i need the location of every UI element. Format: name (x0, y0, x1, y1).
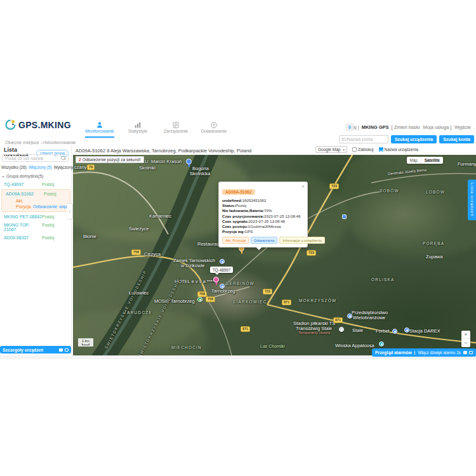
minimize-icon[interactable] (59, 348, 63, 352)
popout-icon[interactable] (469, 351, 473, 354)
device-name[interactable]: MKING PET-08842 (4, 215, 42, 219)
device-filter-tab[interactable]: Włączony (5) (29, 165, 52, 169)
user-bar: Witaj | MKING GPS 0 [ Zmień hasłoMoja us… (346, 124, 471, 130)
poi-dot-forbet[interactable] (392, 329, 397, 334)
lock-checkbox-box[interactable] (352, 147, 357, 152)
device-filter-tab[interactable]: Wszystko (26) (1, 165, 27, 169)
alarm-bar-label: Przegląd alarmów (375, 350, 412, 355)
tab-doladowanie[interactable]: Doładowanie (199, 117, 228, 138)
device-search-box (2, 154, 69, 162)
device-name[interactable]: TQ-48997 (4, 182, 42, 187)
user-link[interactable]: Moja usługa ] (423, 124, 452, 130)
device-filter-tabs: Wszystko (26)Włączony (5)Wyłączony (21) (1, 165, 71, 169)
popup-button[interactable]: Akt. Pozycja (222, 237, 249, 244)
zoom-out-button[interactable]: − (461, 339, 470, 347)
logo-text: GPS.MKING (18, 120, 71, 130)
poi-pin-fhu[interactable] (186, 159, 192, 164)
device-name-label: Nazwa urządzenia (385, 147, 418, 152)
device-status: Postój (42, 182, 54, 187)
manage-icon (172, 120, 180, 128)
tab-label: Zarządzanie (164, 129, 188, 133)
search-account-button[interactable]: Szukaj konta (439, 135, 474, 143)
device-row[interactable]: MKING TOP-21067Postój (0, 221, 72, 234)
refresh-notice: 2Odświeżenie pozycji za sekund! (76, 156, 144, 163)
refresh-countdown: 2 (79, 157, 81, 162)
zoom-in-button[interactable]: + (461, 331, 470, 339)
device-name[interactable]: MKING TOP-21067 (4, 223, 42, 232)
sidebar-collapse-handle[interactable]: ‹ (67, 203, 73, 220)
device-list-ribbon[interactable]: Lista urządzeń (468, 180, 476, 220)
app-logo: GPS.MKING (5, 119, 71, 130)
user-link[interactable]: [ Zmień hasło (392, 124, 420, 130)
poi-dot-zamek[interactable] (220, 259, 225, 264)
notification-badge[interactable]: 0 (346, 124, 354, 131)
user-link[interactable]: Wyjście (454, 124, 471, 130)
main-nav-tabs: MonitorowanieStatystykiZarządzanieDołado… (85, 117, 228, 138)
device-row[interactable]: AD09A-51062Postój (4, 192, 67, 196)
popup-row: Status:Postój (222, 203, 304, 208)
lock-checkbox[interactable]: Zablokuj (352, 147, 374, 152)
device-row-selected[interactable]: AD09A-51062PostójAkt. PozycjaOdtwarzanie… (1, 189, 70, 212)
tab-label: Statystyki (128, 129, 147, 133)
map-type-map[interactable]: Map (407, 157, 421, 164)
popup-detail-rows: undefined:16052451062Status:PostójNie ła… (222, 198, 304, 234)
popup-row: undefined:16052451062 (222, 198, 304, 203)
device-details-bar[interactable]: Szczegóły urządzeń (0, 346, 71, 354)
popup-buttons: Akt. PozycjaOdtwarzanieInformacje o urzą… (222, 237, 304, 244)
alarm-sound-checkbox[interactable] (414, 351, 416, 355)
logo-icon (5, 119, 16, 130)
map-type-satellite[interactable]: Satellite (421, 157, 443, 164)
poi-dot-hotel[interactable] (220, 284, 225, 289)
poi-dot-appaloosa[interactable] (379, 341, 384, 347)
poi-dot-stadion[interactable] (339, 327, 344, 332)
close-icon[interactable]: × (301, 183, 305, 189)
device-row[interactable]: AD09-98337Postój (0, 234, 72, 242)
device-row[interactable]: MKING PET-08842Postój (0, 213, 72, 221)
map-canvas[interactable]: F.H.U. Marcin KrasońSkotnikiBogoriaSkotn… (73, 155, 476, 355)
device-name-checkbox-box[interactable] (379, 147, 383, 152)
device-name[interactable]: AD09A-51062 (6, 192, 44, 196)
device-name-checkbox[interactable]: Nazwa urządzenia (379, 147, 418, 152)
lock-label: Zablokuj (358, 147, 374, 152)
poi-square-transit[interactable] (342, 215, 347, 219)
device-name[interactable]: AD09-98337 (4, 235, 42, 240)
tab-statystyki[interactable]: Statystyki (123, 117, 152, 138)
device-status: Postój (42, 223, 54, 232)
map-provider-value: Google Map (318, 147, 340, 152)
popout-icon[interactable] (65, 348, 69, 352)
tree-expander-icon[interactable]: ▸ (3, 174, 4, 178)
popup-button[interactable]: Odtwarzanie (251, 237, 278, 244)
device-list: TQ-48997PostójAD09A-51062PostójAkt. Pozy… (0, 180, 72, 242)
popup-row: Nie ładowanie,Bateria:70% (222, 208, 304, 213)
poi-dot-mosir[interactable] (197, 297, 202, 302)
minimize-icon[interactable] (463, 351, 467, 354)
device-marker-tq[interactable] (213, 277, 219, 282)
popup-button[interactable]: Informacje o urządzeniu (279, 237, 325, 244)
device-row[interactable]: TQ-48997Postój (0, 180, 72, 188)
account-search-input[interactable] (339, 135, 388, 143)
alarm-overview-bar[interactable]: Przegląd alarmów Włącz dźwięk alarmu 2s (372, 348, 476, 357)
device-status: Postój (42, 215, 54, 219)
device-actions: Akt. PozycjaOdtwarzaniewięcej▼ (4, 198, 67, 209)
poi-dot-darex[interactable] (404, 327, 409, 333)
tab-zarzadzanie[interactable]: Zarządzanie (161, 117, 190, 138)
map-scale: 1 km (78, 338, 93, 347)
tab-label: Monitorowanie (85, 129, 114, 133)
device-action-link[interactable]: Odtwarzanie (33, 204, 57, 209)
search-icon[interactable] (61, 156, 65, 161)
device-status: Postój (42, 235, 54, 240)
account-name: MKING GPS (362, 124, 389, 130)
device-search-input[interactable] (3, 156, 61, 161)
device-address-text: AD09A-51062 8 Aleja Warszawska, Tarnobrz… (76, 148, 251, 154)
chevron-down-icon: ▾ (343, 148, 345, 152)
device-info-popup: AD09A-51062 × undefined:16052451062Statu… (218, 182, 308, 248)
map-provider-select[interactable]: Google Map ▾ (315, 146, 347, 153)
device-action-link[interactable]: Akt. Pozycja (16, 199, 31, 209)
search-device-button[interactable]: Szukaj urządzenia (391, 135, 437, 143)
group-label: Grupa domyślna(5) (6, 174, 43, 178)
popup-row: Czas pozycjonowania:2023-07-25 13:08:48 (222, 214, 304, 219)
map-type-control: Map Satellite (407, 157, 443, 164)
device-group-row[interactable]: ▸ Grupa domyślna(5) (3, 174, 43, 178)
tab-monitorowanie[interactable]: Monitorowanie (85, 117, 114, 138)
poi-dot-przedsiebiorstwo[interactable] (347, 314, 352, 319)
